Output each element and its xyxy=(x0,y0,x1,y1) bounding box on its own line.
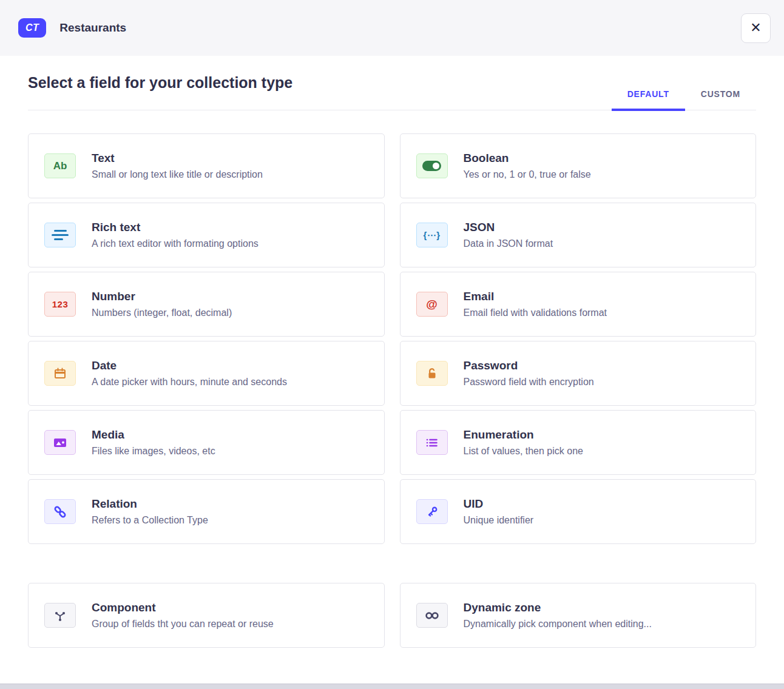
field-description: Numbers (integer, float, decimal) xyxy=(92,308,232,318)
field-description: Refers to a Collection Type xyxy=(92,515,208,526)
footer-divider xyxy=(0,684,784,689)
calendar-icon xyxy=(44,361,76,386)
field-description: Data in JSON format xyxy=(464,238,553,249)
field-title: Text xyxy=(92,152,263,165)
field-title: UID xyxy=(464,497,534,511)
ab-text-icon: Ab xyxy=(44,153,76,178)
field-card-dynamic-zone[interactable]: Dynamic zone Dynamically pick component … xyxy=(400,583,757,648)
branch-nodes-icon xyxy=(44,603,76,628)
lock-icon xyxy=(416,361,448,386)
field-title: Media xyxy=(92,428,215,442)
field-card-email[interactable]: @ Email Email field with validations for… xyxy=(400,272,757,337)
tab-custom[interactable]: CUSTOM xyxy=(685,81,756,110)
key-icon xyxy=(416,499,448,524)
field-card-component[interactable]: Component Group of fields tht you can re… xyxy=(28,583,385,648)
field-description: A rich text editor with formating option… xyxy=(92,238,259,249)
field-description: Yes or no, 1 or 0, true or false xyxy=(464,169,591,180)
field-description: Group of fields tht you can repeat or re… xyxy=(92,619,274,630)
modal-header: CT Restaurants ✕ xyxy=(0,0,784,56)
field-description: Email field with validations format xyxy=(464,308,607,318)
field-description: Password field with encryption xyxy=(464,377,594,388)
tab-default[interactable]: DEFAULT xyxy=(612,81,685,111)
close-icon: ✕ xyxy=(750,20,761,36)
number-123-icon: 123 xyxy=(44,292,76,317)
field-cards-grid: Ab Text Small or long text like title or… xyxy=(28,133,756,544)
chain-link-icon xyxy=(44,499,76,524)
field-card-media[interactable]: Media Files like images, videos, etc xyxy=(28,410,385,475)
advanced-cards-grid: Component Group of fields tht you can re… xyxy=(28,583,756,648)
field-card-password[interactable]: Password Password field with encryption xyxy=(400,341,757,406)
field-title: Dynamic zone xyxy=(464,601,652,614)
field-card-enumeration[interactable]: Enumeration List of values, then pick on… xyxy=(400,410,757,475)
field-title: JSON xyxy=(464,221,553,234)
collection-title: Restaurants xyxy=(59,21,126,35)
toggle-icon xyxy=(416,153,448,178)
title-row: Select a field for your collection type … xyxy=(28,74,756,110)
field-description: A date picker with hours, minute and sec… xyxy=(92,377,287,388)
field-title: Number xyxy=(92,290,232,303)
field-description: List of values, then pick one xyxy=(464,446,583,457)
image-icon xyxy=(44,430,76,455)
email-at-icon: @ xyxy=(416,292,448,317)
toggle-switch-icon xyxy=(422,161,441,171)
bullet-list-icon xyxy=(416,430,448,455)
json-braces-icon: {⋯} xyxy=(416,223,448,247)
field-description: Files like images, videos, etc xyxy=(92,446,215,457)
tab-bar: DEFAULT CUSTOM xyxy=(612,81,756,110)
field-description: Unique identifier xyxy=(464,515,534,526)
infinity-icon xyxy=(416,603,448,628)
field-card-number[interactable]: 123 Number Numbers (integer, float, deci… xyxy=(28,272,385,337)
field-title: Boolean xyxy=(464,152,591,165)
close-button[interactable]: ✕ xyxy=(741,13,771,43)
field-card-text[interactable]: Ab Text Small or long text like title or… xyxy=(28,133,385,198)
page-title: Select a field for your collection type xyxy=(28,74,292,110)
field-card-uid[interactable]: UID Unique identifier xyxy=(400,479,757,544)
field-description: Dynamically pick component when editing.… xyxy=(464,619,652,630)
collection-type-badge: CT xyxy=(18,18,46,38)
field-title: Date xyxy=(92,359,287,372)
field-card-rich-text[interactable]: Rich text A rich text editor with format… xyxy=(28,203,385,267)
field-card-json[interactable]: {⋯} JSON Data in JSON format xyxy=(400,203,757,267)
field-card-date[interactable]: Date A date picker with hours, minute an… xyxy=(28,341,385,406)
field-title: Relation xyxy=(92,497,208,511)
field-title: Password xyxy=(464,359,594,372)
field-title: Rich text xyxy=(92,221,259,234)
field-title: Enumeration xyxy=(464,428,583,442)
rich-text-lines-icon xyxy=(44,223,76,247)
field-card-relation[interactable]: Relation Refers to a Collection Type xyxy=(28,479,385,544)
field-title: Component xyxy=(92,601,274,614)
field-card-boolean[interactable]: Boolean Yes or no, 1 or 0, true or false xyxy=(400,133,757,198)
field-description: Small or long text like title or descrip… xyxy=(92,169,263,180)
field-title: Email xyxy=(464,290,607,303)
